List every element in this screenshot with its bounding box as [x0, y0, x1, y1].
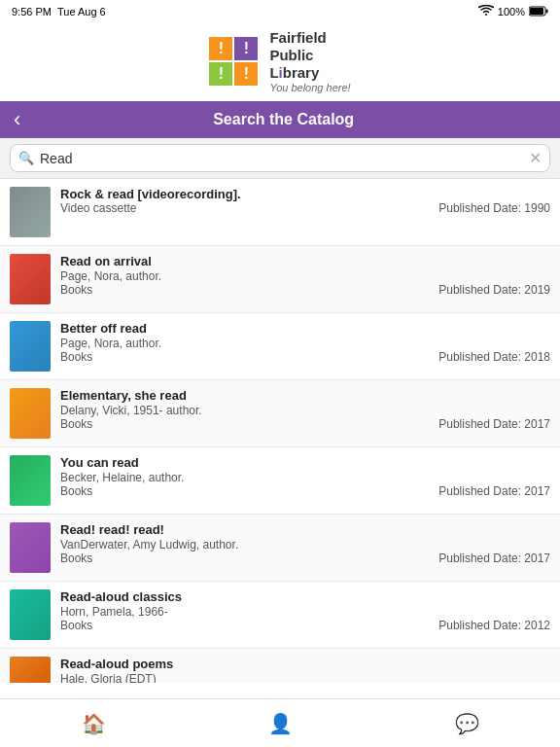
- result-meta-row: BooksPublished Date: 2019: [60, 283, 550, 297]
- result-title: Read! read! read!: [60, 522, 550, 537]
- result-published-date: Published Date: 2019: [438, 283, 550, 297]
- wifi-icon: [478, 5, 494, 18]
- svg-rect-2: [530, 8, 543, 15]
- result-author: Hale, Gloria (EDT): [60, 672, 550, 683]
- search-box: 🔍 ✕: [10, 144, 550, 172]
- result-title: Read-aloud classics: [60, 589, 550, 604]
- book-cover: [10, 321, 51, 372]
- search-icon: 🔍: [18, 151, 34, 165]
- tab-bar: 🏠 👤 💬: [0, 698, 560, 747]
- back-button[interactable]: ‹: [14, 107, 20, 132]
- logo-area: ! ! ! ! FairfieldPublicLibrary You belon…: [0, 23, 560, 101]
- result-format: Books: [60, 619, 92, 632]
- search-input[interactable]: [40, 151, 529, 166]
- header-bar: ‹ Search the Catalog: [0, 101, 560, 138]
- book-cover: [10, 388, 51, 439]
- result-author: Becker, Helaine, author.: [60, 471, 550, 484]
- logo-block-2: !: [234, 37, 258, 60]
- result-author: Page, Nora, author.: [60, 337, 550, 350]
- result-item[interactable]: Read-aloud poemsHale, Gloria (EDT)BooksP…: [0, 649, 560, 683]
- result-meta-row: BooksPublished Date: 2017: [60, 484, 550, 498]
- account-icon: 👤: [268, 712, 293, 735]
- chat-icon: 💬: [455, 712, 479, 735]
- result-format: Books: [60, 551, 92, 565]
- status-bar: 9:56 PM Tue Aug 6 100%: [0, 0, 560, 23]
- status-time: 9:56 PM: [12, 6, 52, 18]
- library-name: FairfieldPublicLibrary: [269, 29, 350, 82]
- logo-text: FairfieldPublicLibrary You belong here!: [269, 29, 350, 93]
- header-title: Search the Catalog: [20, 111, 546, 128]
- result-meta-row: BooksPublished Date: 2017: [60, 417, 550, 431]
- logo-blocks: ! ! ! !: [209, 37, 262, 86]
- result-meta-row: BooksPublished Date: 2018: [60, 350, 550, 364]
- result-published-date: Published Date: 2018: [438, 350, 550, 364]
- result-info: Better off readPage, Nora, author.BooksP…: [60, 321, 550, 364]
- result-title: Better off read: [60, 321, 550, 336]
- result-format: Books: [60, 350, 92, 364]
- result-title: Read-aloud poems: [60, 657, 550, 671]
- result-info: Read! read! read!VanDerwater, Amy Ludwig…: [60, 522, 550, 565]
- result-item[interactable]: You can readBecker, Helaine, author.Book…: [0, 447, 560, 515]
- logo-block-4: !: [234, 62, 258, 86]
- tab-chat[interactable]: 💬: [373, 712, 560, 735]
- result-item[interactable]: Better off readPage, Nora, author.BooksP…: [0, 313, 560, 380]
- result-item[interactable]: Read! read! read!VanDerwater, Amy Ludwig…: [0, 515, 560, 582]
- result-published-date: Published Date: 2012: [438, 619, 550, 632]
- result-title: Read on arrival: [60, 254, 550, 268]
- result-meta-row: BooksPublished Date: 2012: [60, 619, 550, 632]
- result-format: Video cassette: [60, 201, 137, 215]
- tab-home[interactable]: 🏠: [0, 712, 187, 735]
- status-right: 100%: [478, 5, 548, 18]
- book-cover: [10, 254, 51, 304]
- tab-account[interactable]: 👤: [187, 712, 373, 735]
- result-author: Horn, Pamela, 1966-: [60, 605, 550, 619]
- result-info: You can readBecker, Helaine, author.Book…: [60, 455, 550, 498]
- battery-level: 100%: [498, 6, 525, 18]
- result-format: Books: [60, 484, 92, 498]
- result-format: Books: [60, 417, 92, 431]
- result-info: Elementary, she readDelany, Vicki, 1951-…: [60, 388, 550, 431]
- book-cover: [10, 522, 51, 573]
- book-cover: [10, 455, 51, 506]
- result-published-date: Published Date: 2017: [438, 417, 550, 431]
- status-date: Tue Aug 6: [57, 6, 106, 18]
- book-cover: [10, 589, 51, 640]
- result-author: VanDerwater, Amy Ludwig, author.: [60, 538, 550, 551]
- result-meta-row: BooksPublished Date: 2017: [60, 551, 550, 565]
- result-title: Elementary, she read: [60, 388, 550, 403]
- result-author: Delany, Vicki, 1951- author.: [60, 404, 550, 417]
- logo-block-3: !: [209, 62, 232, 86]
- book-cover: [10, 657, 51, 683]
- result-item[interactable]: Read-aloud classicsHorn, Pamela, 1966-Bo…: [0, 582, 560, 649]
- result-format: Books: [60, 283, 92, 297]
- result-published-date: Published Date: 2017: [438, 551, 550, 565]
- result-item[interactable]: Elementary, she readDelany, Vicki, 1951-…: [0, 380, 560, 447]
- home-icon: 🏠: [82, 712, 106, 735]
- result-meta-row: Video cassettePublished Date: 1990: [60, 201, 550, 215]
- result-author: Page, Nora, author.: [60, 269, 550, 283]
- result-published-date: Published Date: 2017: [438, 484, 550, 498]
- result-title: Rock & read [videorecording].: [60, 187, 550, 201]
- library-tagline: You belong here!: [269, 82, 350, 93]
- book-cover: [10, 187, 51, 237]
- result-title: You can read: [60, 455, 550, 470]
- result-item[interactable]: Rock & read [videorecording].Video casse…: [0, 179, 560, 246]
- search-clear-button[interactable]: ✕: [529, 149, 542, 167]
- result-item[interactable]: Read on arrivalPage, Nora, author.BooksP…: [0, 246, 560, 313]
- result-info: Read-aloud classicsHorn, Pamela, 1966-Bo…: [60, 589, 550, 632]
- result-published-date: Published Date: 1990: [438, 201, 550, 215]
- search-container: 🔍 ✕: [0, 138, 560, 179]
- result-info: Read on arrivalPage, Nora, author.BooksP…: [60, 254, 550, 297]
- result-info: Rock & read [videorecording].Video casse…: [60, 187, 550, 215]
- logo-block-1: !: [209, 37, 232, 60]
- result-info: Read-aloud poemsHale, Gloria (EDT)BooksP…: [60, 657, 550, 683]
- results-list: Rock & read [videorecording].Video casse…: [0, 179, 560, 683]
- svg-rect-1: [546, 9, 548, 13]
- battery-icon: [529, 6, 548, 18]
